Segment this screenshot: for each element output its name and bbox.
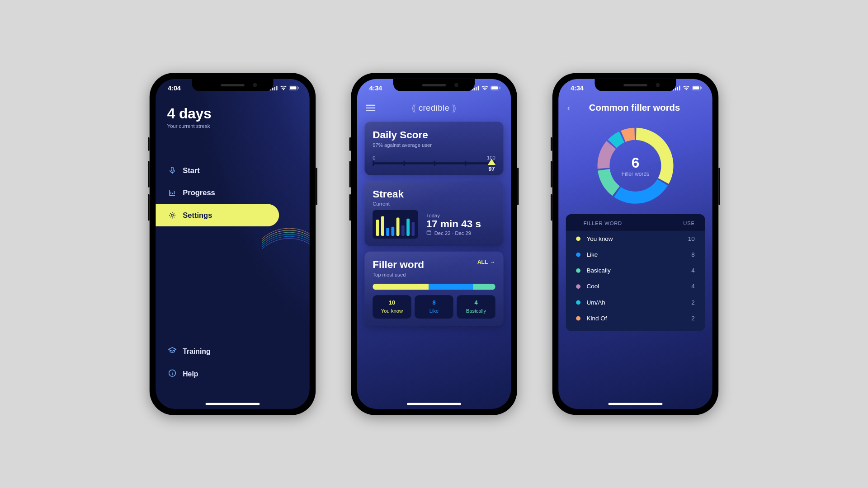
battery-icon	[491, 86, 501, 91]
filler-stacked-bar	[373, 284, 495, 290]
menu-item-progress[interactable]: Progress	[156, 182, 310, 204]
menu-label: Training	[183, 347, 210, 355]
today-label: Today	[426, 212, 481, 218]
filler-all-button[interactable]: ALL →	[477, 259, 495, 265]
pill-label: Like	[416, 308, 452, 314]
color-dot	[576, 316, 580, 321]
menu-item-training[interactable]: Training	[156, 340, 310, 362]
row-word: Um/Ah	[587, 299, 692, 306]
pill-count: 8	[416, 299, 452, 306]
table-row[interactable]: Kind Of2	[566, 310, 705, 326]
notch	[595, 79, 676, 91]
graduation-icon	[168, 346, 177, 357]
chart-icon	[168, 188, 177, 197]
app-brand: ⸨ credible ⸩	[412, 103, 457, 113]
row-word: You know	[587, 235, 688, 243]
filler-donut-chart: 6 Filler words	[593, 123, 678, 208]
svg-rect-12	[701, 87, 702, 89]
streak-bar	[412, 222, 415, 236]
streak-bar	[396, 217, 400, 236]
gear-icon	[168, 211, 177, 220]
back-button[interactable]: ‹	[567, 103, 571, 113]
table-row[interactable]: You know10	[566, 231, 705, 247]
notch	[192, 79, 274, 91]
menu-label: Help	[183, 370, 198, 378]
streak-bar	[381, 216, 384, 236]
filler-card[interactable]: Filler word Top most used ALL → 10You kn…	[364, 252, 504, 326]
filler-pill[interactable]: 8Like	[415, 295, 453, 319]
daily-score-card[interactable]: Daily Score 97% against average user 0 1…	[364, 122, 504, 175]
menu-item-start[interactable]: Start	[156, 160, 310, 182]
score-value: 97	[488, 166, 496, 173]
pill-count: 4	[458, 299, 494, 306]
svg-rect-3	[171, 167, 174, 171]
home-indicator[interactable]	[206, 403, 260, 405]
filler-pill[interactable]: 4Basically	[457, 295, 495, 319]
phone-menu: 4:04 4 days Your current streak Start	[150, 73, 316, 415]
row-use: 8	[691, 251, 695, 258]
streak-bar	[386, 228, 389, 236]
menu-label: Progress	[183, 188, 215, 197]
status-time: 4:34	[369, 84, 382, 92]
streak-headline: 4 days	[167, 105, 298, 122]
score-knob[interactable]: 97	[488, 159, 496, 173]
streak-bar	[406, 219, 410, 236]
menu-item-settings[interactable]: Settings	[156, 204, 279, 227]
row-use: 10	[688, 235, 695, 243]
streak-range: Dec 22 - Dec 29	[434, 230, 471, 236]
filler-pill[interactable]: 10You know	[373, 295, 411, 319]
status-time: 4:34	[571, 84, 584, 92]
score-slider[interactable]: 97	[373, 162, 495, 164]
stacked-segment	[473, 284, 495, 290]
wifi-icon	[683, 86, 690, 91]
status-time: 4:04	[168, 84, 181, 92]
color-dot	[576, 284, 580, 289]
streak-sub: Your current streak	[167, 123, 298, 129]
info-icon	[168, 369, 177, 379]
today-value: 17 min 43 s	[426, 218, 481, 230]
phone-dashboard: 4:34 ⸨ credible ⸩ Daily Score 97% agains…	[351, 73, 517, 415]
home-indicator[interactable]	[609, 403, 663, 405]
pill-label: You know	[374, 308, 410, 314]
menu-item-help[interactable]: Help	[156, 363, 310, 385]
score-min: 0	[373, 155, 375, 160]
card-title: Filler word	[373, 259, 424, 271]
battery-icon	[692, 86, 703, 91]
mic-icon	[168, 166, 177, 175]
streak-card[interactable]: Streak Current Today 17 min 43 s Dec 22 …	[364, 181, 504, 246]
battery-icon	[289, 86, 300, 91]
table-row[interactable]: Um/Ah2	[566, 295, 705, 310]
streak-bar	[376, 220, 379, 236]
streak-bar	[392, 227, 395, 236]
menu-label: Start	[183, 166, 200, 175]
table-head-word: FILLER WORD	[584, 221, 622, 226]
main-menu: Start Progress Settings	[156, 160, 310, 227]
pill-count: 10	[374, 299, 410, 306]
svg-point-4	[171, 214, 174, 216]
arrow-right-icon: →	[490, 259, 495, 265]
row-use: 2	[691, 299, 695, 306]
card-subtitle: Top most used	[373, 272, 424, 278]
pill-label: Basically	[458, 308, 494, 314]
stacked-segment	[429, 284, 473, 290]
card-subtitle: Current	[373, 201, 495, 207]
phone-detail: 4:34 ‹ Common filler words 6 Filler word…	[552, 73, 719, 415]
stacked-segment	[373, 284, 428, 290]
color-dot	[576, 253, 580, 257]
wave-graphic	[262, 228, 310, 276]
card-title: Streak	[373, 188, 495, 200]
row-use: 4	[691, 283, 695, 290]
wifi-icon	[280, 86, 287, 91]
home-indicator[interactable]	[407, 403, 461, 405]
menu-label: Settings	[183, 211, 212, 220]
table-row[interactable]: Basically4	[566, 263, 705, 278]
streak-bars	[373, 210, 418, 239]
donut-center-label: Filler words	[622, 171, 649, 177]
row-use: 4	[691, 267, 695, 274]
hamburger-icon[interactable]	[366, 104, 375, 111]
table-row[interactable]: Cool4	[566, 279, 705, 295]
table-row[interactable]: Like8	[566, 247, 705, 263]
svg-rect-7	[491, 86, 498, 89]
row-word: Basically	[587, 267, 692, 274]
svg-rect-11	[693, 86, 699, 89]
